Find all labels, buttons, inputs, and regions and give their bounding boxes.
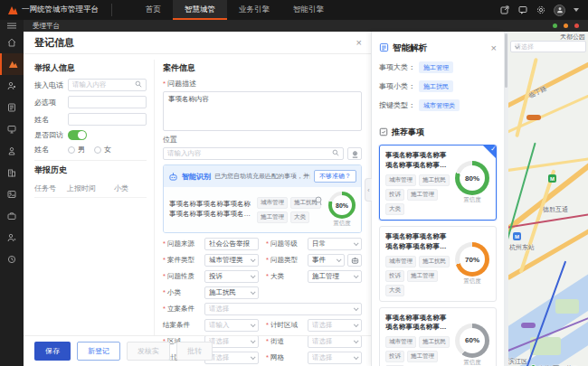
col-subcategory[interactable]: 小类: [114, 183, 147, 193]
phone-input[interactable]: 请输入内容: [68, 79, 147, 91]
tag: 投诉: [385, 270, 404, 282]
source-input[interactable]: 社会公告举报: [204, 238, 259, 250]
major-cat-select[interactable]: 施工管理: [308, 270, 362, 283]
registration-icon[interactable]: [0, 53, 24, 75]
user-badge-icon[interactable]: [0, 140, 24, 162]
nav-item-home[interactable]: 首页: [134, 0, 173, 20]
timing-area-select[interactable]: 请选择: [308, 319, 362, 332]
workspace-tabbar: 受理平台: [24, 20, 588, 32]
tag: 施工扰民: [419, 256, 450, 267]
map-canvas[interactable]: 天都公园 请选择 临丁路 德胜互通 M M 杭州东站 左岸·万国花园 滨江: [508, 32, 588, 366]
col-task-no[interactable]: 任务号: [34, 183, 67, 193]
attr-keytype-value[interactable]: 城市管理类: [419, 99, 460, 111]
brand[interactable]: 一网统管城市管理平台: [0, 0, 106, 20]
ai-analysis-panel: ‹ 智能解析 × 事项大类： 施工管理 事: [371, 32, 504, 366]
required-field-label: 必选项: [34, 98, 68, 108]
field-label-problem-type: 问题类型: [266, 256, 308, 265]
attr-minor-value[interactable]: 施工扰民: [419, 80, 453, 92]
recommend-card-2[interactable]: 事项名称事项名称事项名称事项名称事项名称事项名称事... 城市管理 施工扰民 投…: [379, 226, 497, 302]
check-icon: [483, 145, 496, 158]
status-dot-green: [553, 23, 557, 28]
ai-panel-icon: [379, 40, 389, 56]
tag: 城市管理: [385, 336, 416, 348]
case-type-select[interactable]: 城市管理类: [204, 254, 259, 267]
reporter-section: 举报人信息 接入电话 请输入内容: [34, 60, 154, 335]
tag: 施工扰民: [419, 174, 450, 186]
required-input[interactable]: [68, 96, 147, 108]
radio-female[interactable]: 女: [94, 145, 111, 155]
search-icon[interactable]: [135, 80, 142, 89]
radio-male[interactable]: 男: [68, 145, 85, 155]
nav-item-business-engine[interactable]: 业务引擎: [227, 0, 281, 20]
locate-map-icon[interactable]: [347, 147, 362, 160]
recommend-card-3[interactable]: 事项名称事项名称事项名称事项名称事项名称事项名称事... 城市管理 施工扰民 投…: [379, 307, 497, 366]
metro-station-icon: M: [548, 174, 556, 183]
not-accurate-button[interactable]: 不够准确？: [314, 170, 356, 183]
desc-textarea[interactable]: 事项名称内容: [163, 91, 362, 131]
save-button[interactable]: 保存: [34, 342, 71, 361]
send-verify-button[interactable]: 发核实: [127, 342, 170, 361]
nature-select[interactable]: 投诉: [204, 270, 259, 283]
monitor-icon[interactable]: [0, 118, 24, 140]
location-input[interactable]: 请输入内容: [163, 147, 344, 160]
tag: 城市管理: [385, 174, 416, 186]
filing-cond-select[interactable]: 请选择: [204, 303, 362, 315]
collapse-panel-handle[interactable]: ‹: [365, 178, 372, 202]
image-icon[interactable]: [0, 183, 24, 205]
close-cond-select[interactable]: 请输入: [204, 319, 259, 332]
menu-icon[interactable]: [0, 20, 24, 32]
settings-gear-icon[interactable]: [536, 5, 545, 15]
top-navbar: 一网统管城市管理平台 首页 智慧城管 业务引擎 智能引擎: [0, 0, 588, 20]
home-icon[interactable]: [0, 32, 24, 53]
divider: [34, 160, 147, 161]
callback-toggle[interactable]: [68, 130, 87, 140]
location-label: 位置: [163, 135, 362, 145]
history-section-title: 举报历史: [34, 164, 147, 176]
robot-icon: [168, 168, 178, 184]
problem-type-select[interactable]: 事件: [308, 254, 345, 267]
user-audit-icon[interactable]: [0, 75, 24, 97]
search-icon[interactable]: [332, 149, 339, 158]
app-window: 一网统管城市管理平台 首页 智慧城管 业务引擎 智能引擎: [0, 0, 588, 366]
history-table-header: 任务号 上报时间 小类: [34, 181, 147, 198]
field-label-close-cond: 结案条件: [163, 321, 204, 330]
map-region-select[interactable]: 请选择: [510, 41, 586, 52]
ai-suggest-icon[interactable]: [347, 254, 362, 267]
registration-panel: 登记信息 × 举报人信息 接入电话 请输入内容: [24, 32, 371, 366]
chevron-down-icon: [354, 322, 359, 327]
message-icon[interactable]: [517, 5, 527, 15]
name-input[interactable]: [68, 113, 147, 126]
case-section-title: 案件信息: [163, 62, 362, 74]
chevron-down-icon[interactable]: [574, 8, 579, 12]
user-avatar[interactable]: [554, 5, 565, 16]
brand-title: 一网统管城市管理平台: [22, 5, 99, 15]
field-label-level: 问题等级: [266, 239, 308, 249]
tab-acceptance-platform[interactable]: 受理平台: [24, 22, 69, 31]
status-dot-red: [574, 23, 579, 28]
recommend-card-1[interactable]: 事项名称事项名称事项名称事项名称事项名称事项名称事... 城市管理 施工扰民 投…: [379, 145, 497, 221]
close-icon[interactable]: ×: [356, 38, 362, 48]
tag: 施工管理: [407, 351, 438, 362]
briefcase-icon[interactable]: [0, 205, 24, 227]
tag: 施工管理: [407, 189, 438, 201]
minor-cat-select[interactable]: 施工扰民: [204, 286, 259, 299]
ai-recognition-banner: 智能识别 已为您自动填充最匹配的事项，并自动填充 不够准确？ 事项名称事项名称事…: [163, 164, 362, 233]
clock-icon[interactable]: [0, 249, 24, 270]
confidence-ring: 80%: [328, 192, 356, 219]
org-building-icon[interactable]: [0, 162, 24, 183]
chevron-down-icon: [251, 322, 256, 327]
attr-major-value[interactable]: 施工管理: [419, 61, 453, 73]
col-report-time[interactable]: 上报时间: [67, 183, 114, 193]
nav-item-smart-city[interactable]: 智慧城管: [173, 0, 227, 20]
level-select[interactable]: 日常: [308, 238, 362, 250]
nav-item-ai-engine[interactable]: 智能引擎: [281, 0, 336, 20]
status-dots: [553, 23, 588, 28]
form-icon[interactable]: [0, 97, 24, 118]
close-icon[interactable]: ×: [491, 43, 497, 53]
radio-icon: [68, 146, 75, 154]
new-registration-button[interactable]: 新登记: [77, 342, 120, 361]
batch-transfer-button[interactable]: 批转: [176, 342, 213, 361]
tag: 大类: [385, 203, 404, 215]
user-cog-icon[interactable]: [0, 227, 24, 249]
external-link-icon[interactable]: [499, 5, 509, 15]
